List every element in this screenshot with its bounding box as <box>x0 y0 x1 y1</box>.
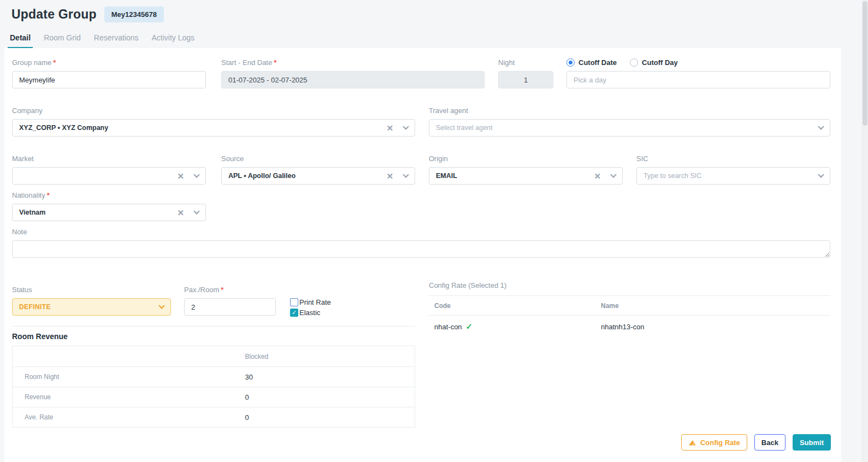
clear-icon[interactable]: ✕ <box>594 172 601 180</box>
footer-actions: Config Rate Back Submit <box>681 434 831 451</box>
chevron-down-icon[interactable] <box>193 208 199 214</box>
back-button[interactable]: Back <box>754 434 786 451</box>
print-rate-checkbox[interactable] <box>290 298 298 306</box>
config-rate-name: nhatnh13-con <box>601 323 645 331</box>
group-name-label: Group name* <box>12 58 206 67</box>
company-select[interactable]: XYZ_CORP • XYZ Company ✕ <box>12 119 415 137</box>
config-rate-button[interactable]: Config Rate <box>681 434 747 451</box>
origin-value: EMAIL <box>436 172 589 180</box>
print-rate-label: Print Rate <box>299 298 331 306</box>
company-value: XYZ_CORP • XYZ Company <box>19 124 382 132</box>
origin-label: Origin <box>429 155 623 163</box>
tab-reservations[interactable]: Reservations <box>92 31 141 48</box>
room-revenue-heading: Room Revenue <box>12 332 415 341</box>
table-header-row: Blocked <box>13 346 415 367</box>
date-range-label: Start - End Date* <box>221 58 485 67</box>
clear-icon[interactable]: ✕ <box>386 124 393 132</box>
scrollbar-thumb[interactable] <box>863 1 867 126</box>
source-label: Source <box>221 155 415 163</box>
config-rate-section: Config Rate (Selected 1) Code Name nhat-… <box>429 281 830 428</box>
group-code-badge: Mey12345678 <box>104 7 164 22</box>
ave-rate-label: Ave. Rate <box>13 407 245 428</box>
cutoff-date-label: Cutoff Date <box>578 58 617 67</box>
elastic-option[interactable]: ✓ Elastic <box>290 307 331 318</box>
cutoff-day-label: Cutoff Day <box>642 58 678 67</box>
chevron-down-icon[interactable] <box>403 123 409 129</box>
divider <box>12 326 415 327</box>
date-range-input[interactable] <box>221 71 485 88</box>
required-mark: * <box>274 58 276 67</box>
room-revenue-table: Blocked Room Night 30 Revenue 0 Ave. Rat… <box>12 346 415 428</box>
tab-detail[interactable]: Detail <box>8 31 33 48</box>
travel-agent-placeholder: Select travel agent <box>436 124 819 132</box>
source-select[interactable]: APL • Apollo/ Galileo ✕ <box>221 167 415 185</box>
scrollbar-track[interactable] <box>862 0 868 462</box>
revenue-value: 0 <box>245 387 415 407</box>
origin-select[interactable]: EMAIL ✕ <box>429 167 623 185</box>
clear-icon[interactable]: ✕ <box>177 172 184 180</box>
nationality-select[interactable]: Vietnam ✕ <box>12 204 206 221</box>
clear-icon[interactable]: ✕ <box>386 172 393 180</box>
revenue-label: Revenue <box>13 387 245 407</box>
cutoff-radio-group: Cutoff Date Cutoff Day <box>566 58 830 67</box>
tab-bar: Detail Room Grid Reservations Activity L… <box>8 31 868 48</box>
page-header: Update Group Mey12345678 Detail Room Gri… <box>0 0 868 48</box>
tab-room-grid[interactable]: Room Grid <box>42 31 83 48</box>
company-label: Company <box>12 106 415 115</box>
source-value: APL • Apollo/ Galileo <box>228 172 382 180</box>
night-input[interactable] <box>498 71 553 88</box>
check-icon: ✓ <box>466 322 473 331</box>
elastic-label: Elastic <box>299 309 320 317</box>
print-rate-option[interactable]: Print Rate <box>290 297 331 307</box>
nationality-label: Nationality* <box>12 191 206 199</box>
room-night-label: Room Night <box>13 367 245 387</box>
config-rate-title: Config Rate (Selected 1) <box>429 281 830 296</box>
status-value: DEFINITE <box>19 303 160 311</box>
chevron-down-icon[interactable] <box>403 171 409 177</box>
chevron-down-icon[interactable] <box>818 123 824 129</box>
status-revenue-column: Status DEFINITE Pax./Room* Print R <box>12 281 415 428</box>
pax-room-input[interactable] <box>184 298 276 316</box>
chevron-down-icon[interactable] <box>610 171 616 177</box>
detail-form-card: Group name* Start - End Date* Night Cuto… <box>4 48 841 462</box>
ave-rate-value: 0 <box>245 407 415 428</box>
sic-label: SIC <box>636 155 830 163</box>
night-label: Night <box>498 58 553 67</box>
group-name-input[interactable] <box>12 71 206 88</box>
required-mark: * <box>47 191 50 199</box>
chevron-down-icon[interactable] <box>193 171 199 177</box>
clear-icon[interactable]: ✕ <box>177 209 184 217</box>
room-night-value: 30 <box>245 367 415 387</box>
config-rate-code: nhat-con ✓ <box>429 322 601 331</box>
sic-placeholder: Type to search SIC <box>643 172 819 180</box>
cutoff-date-picker-input[interactable] <box>566 71 830 88</box>
nationality-value: Vietnam <box>19 209 173 216</box>
cutoff-date-radio[interactable] <box>566 58 575 67</box>
table-row: Revenue 0 <box>13 387 415 407</box>
note-textarea[interactable] <box>12 240 830 258</box>
page-title: Update Group <box>11 7 97 22</box>
required-mark: * <box>221 286 223 294</box>
elastic-checkbox[interactable]: ✓ <box>290 309 298 317</box>
travel-agent-select[interactable]: Select travel agent <box>429 119 830 137</box>
blocked-column-header: Blocked <box>245 346 415 367</box>
name-column-header: Name <box>601 302 619 310</box>
config-rate-row[interactable]: nhat-con ✓ nhatnh13-con <box>429 316 830 337</box>
market-select[interactable]: ✕ <box>12 167 206 185</box>
table-row: Ave. Rate 0 <box>13 407 415 428</box>
chevron-down-icon[interactable] <box>818 171 824 177</box>
note-label: Note <box>12 228 830 236</box>
sic-select[interactable]: Type to search SIC <box>636 167 830 185</box>
cutoff-day-radio[interactable] <box>630 58 638 67</box>
pax-room-label: Pax./Room* <box>184 286 276 294</box>
code-column-header: Code <box>429 302 601 310</box>
tab-activity-logs[interactable]: Activity Logs <box>150 31 197 48</box>
chevron-down-icon[interactable] <box>158 303 164 309</box>
rate-config-icon <box>688 439 696 446</box>
cutoff-day-option[interactable]: Cutoff Day <box>630 58 678 67</box>
required-mark: * <box>53 58 56 67</box>
submit-button[interactable]: Submit <box>793 434 831 451</box>
cutoff-date-option[interactable]: Cutoff Date <box>566 58 617 67</box>
status-select[interactable]: DEFINITE <box>12 298 171 316</box>
market-label: Market <box>12 155 206 163</box>
